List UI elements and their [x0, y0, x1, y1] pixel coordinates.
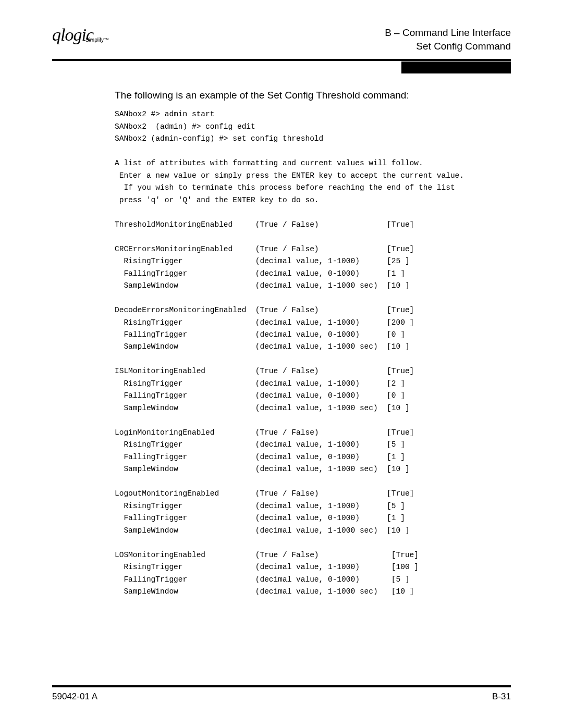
- footer-rule: [52, 685, 511, 687]
- header-line2: Set Config Command: [385, 40, 511, 53]
- logo-sub: Simplify™: [85, 38, 109, 43]
- logo: qlogic Simplify™: [52, 26, 93, 44]
- header-title-block: B – Command Line Interface Set Config Co…: [385, 26, 511, 53]
- footer-right: B-31: [492, 692, 511, 702]
- page-header: qlogic Simplify™ B – Command Line Interf…: [52, 26, 511, 59]
- content: The following is an example of the Set C…: [115, 90, 511, 598]
- cli-line: press 'q' or 'Q' and the ENTER key to do…: [115, 196, 319, 204]
- cli-line: SANbox2 (admin-config) #> set config thr…: [115, 134, 323, 143]
- cli-line: SANbox2 #> admin start: [115, 110, 214, 118]
- page-footer: 59042-01 A B-31: [52, 685, 511, 702]
- intro-text: The following is an example of the Set C…: [115, 90, 511, 101]
- section-tab: [401, 61, 511, 73]
- cli-line: Enter a new value or simply press the EN…: [115, 171, 464, 180]
- header-rule: [52, 59, 511, 61]
- footer-left: 59042-01 A: [52, 692, 97, 702]
- cli-line: SANbox2 (admin) #> config edit: [115, 122, 255, 131]
- header-line1: B – Command Line Interface: [385, 26, 511, 40]
- cli-line: If you wish to terminate this process be…: [115, 183, 455, 192]
- cli-output: SANbox2 #> admin start SANbox2 (admin) #…: [115, 108, 511, 598]
- cli-line: A list of attributes with formatting and…: [115, 159, 423, 167]
